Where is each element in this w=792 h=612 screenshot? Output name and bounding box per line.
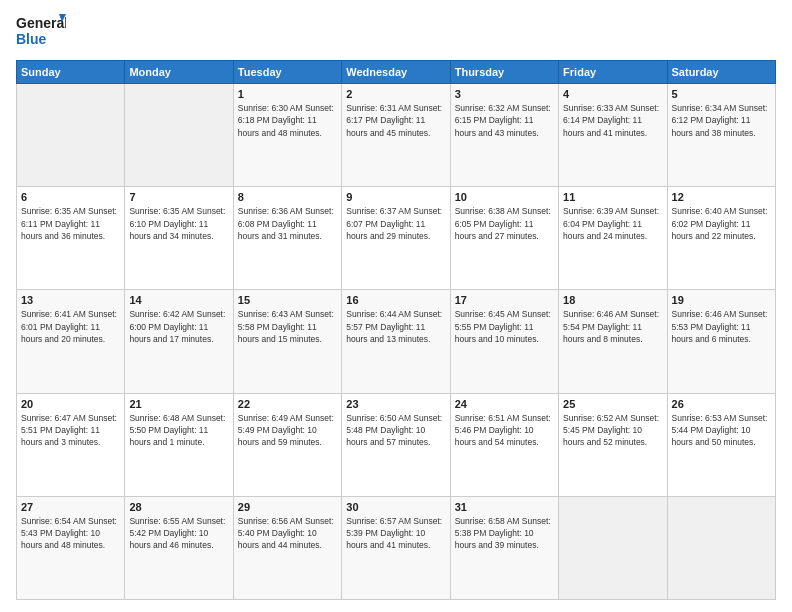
day-info: Sunrise: 6:31 AM Sunset: 6:17 PM Dayligh… [346,102,445,139]
week-row-2: 6Sunrise: 6:35 AM Sunset: 6:11 PM Daylig… [17,187,776,290]
calendar-cell: 24Sunrise: 6:51 AM Sunset: 5:46 PM Dayli… [450,393,558,496]
day-number: 21 [129,398,228,410]
day-info: Sunrise: 6:39 AM Sunset: 6:04 PM Dayligh… [563,205,662,242]
week-row-1: 1Sunrise: 6:30 AM Sunset: 6:18 PM Daylig… [17,84,776,187]
day-number: 23 [346,398,445,410]
day-info: Sunrise: 6:35 AM Sunset: 6:11 PM Dayligh… [21,205,120,242]
calendar-header: SundayMondayTuesdayWednesdayThursdayFrid… [17,61,776,84]
day-info: Sunrise: 6:32 AM Sunset: 6:15 PM Dayligh… [455,102,554,139]
header: General Blue [16,12,776,52]
calendar-cell: 15Sunrise: 6:43 AM Sunset: 5:58 PM Dayli… [233,290,341,393]
day-info: Sunrise: 6:55 AM Sunset: 5:42 PM Dayligh… [129,515,228,552]
day-info: Sunrise: 6:53 AM Sunset: 5:44 PM Dayligh… [672,412,771,449]
day-info: Sunrise: 6:49 AM Sunset: 5:49 PM Dayligh… [238,412,337,449]
day-info: Sunrise: 6:33 AM Sunset: 6:14 PM Dayligh… [563,102,662,139]
day-number: 10 [455,191,554,203]
calendar-cell: 27Sunrise: 6:54 AM Sunset: 5:43 PM Dayli… [17,496,125,599]
day-number: 26 [672,398,771,410]
calendar-cell: 8Sunrise: 6:36 AM Sunset: 6:08 PM Daylig… [233,187,341,290]
calendar-cell: 30Sunrise: 6:57 AM Sunset: 5:39 PM Dayli… [342,496,450,599]
calendar-cell: 21Sunrise: 6:48 AM Sunset: 5:50 PM Dayli… [125,393,233,496]
calendar-cell: 3Sunrise: 6:32 AM Sunset: 6:15 PM Daylig… [450,84,558,187]
day-header-monday: Monday [125,61,233,84]
day-info: Sunrise: 6:38 AM Sunset: 6:05 PM Dayligh… [455,205,554,242]
day-number: 5 [672,88,771,100]
calendar-cell: 17Sunrise: 6:45 AM Sunset: 5:55 PM Dayli… [450,290,558,393]
calendar-cell: 13Sunrise: 6:41 AM Sunset: 6:01 PM Dayli… [17,290,125,393]
day-header-thursday: Thursday [450,61,558,84]
calendar-cell: 2Sunrise: 6:31 AM Sunset: 6:17 PM Daylig… [342,84,450,187]
day-info: Sunrise: 6:42 AM Sunset: 6:00 PM Dayligh… [129,308,228,345]
calendar-cell [17,84,125,187]
day-number: 14 [129,294,228,306]
day-info: Sunrise: 6:57 AM Sunset: 5:39 PM Dayligh… [346,515,445,552]
day-number: 16 [346,294,445,306]
day-header-saturday: Saturday [667,61,775,84]
day-info: Sunrise: 6:51 AM Sunset: 5:46 PM Dayligh… [455,412,554,449]
day-info: Sunrise: 6:52 AM Sunset: 5:45 PM Dayligh… [563,412,662,449]
calendar-cell: 10Sunrise: 6:38 AM Sunset: 6:05 PM Dayli… [450,187,558,290]
day-number: 20 [21,398,120,410]
calendar-cell: 28Sunrise: 6:55 AM Sunset: 5:42 PM Dayli… [125,496,233,599]
day-info: Sunrise: 6:30 AM Sunset: 6:18 PM Dayligh… [238,102,337,139]
day-info: Sunrise: 6:45 AM Sunset: 5:55 PM Dayligh… [455,308,554,345]
day-number: 2 [346,88,445,100]
day-info: Sunrise: 6:34 AM Sunset: 6:12 PM Dayligh… [672,102,771,139]
day-info: Sunrise: 6:36 AM Sunset: 6:08 PM Dayligh… [238,205,337,242]
calendar-cell [125,84,233,187]
day-number: 22 [238,398,337,410]
day-number: 8 [238,191,337,203]
day-info: Sunrise: 6:44 AM Sunset: 5:57 PM Dayligh… [346,308,445,345]
day-info: Sunrise: 6:48 AM Sunset: 5:50 PM Dayligh… [129,412,228,449]
week-row-5: 27Sunrise: 6:54 AM Sunset: 5:43 PM Dayli… [17,496,776,599]
calendar-cell: 18Sunrise: 6:46 AM Sunset: 5:54 PM Dayli… [559,290,667,393]
svg-text:Blue: Blue [16,31,47,47]
day-number: 31 [455,501,554,513]
calendar-cell: 6Sunrise: 6:35 AM Sunset: 6:11 PM Daylig… [17,187,125,290]
day-header-tuesday: Tuesday [233,61,341,84]
calendar-cell: 16Sunrise: 6:44 AM Sunset: 5:57 PM Dayli… [342,290,450,393]
day-header-wednesday: Wednesday [342,61,450,84]
calendar-table: SundayMondayTuesdayWednesdayThursdayFrid… [16,60,776,600]
day-info: Sunrise: 6:37 AM Sunset: 6:07 PM Dayligh… [346,205,445,242]
day-number: 9 [346,191,445,203]
day-number: 24 [455,398,554,410]
svg-text:General: General [16,15,66,31]
day-number: 4 [563,88,662,100]
day-info: Sunrise: 6:56 AM Sunset: 5:40 PM Dayligh… [238,515,337,552]
day-number: 18 [563,294,662,306]
day-number: 3 [455,88,554,100]
calendar-cell: 7Sunrise: 6:35 AM Sunset: 6:10 PM Daylig… [125,187,233,290]
calendar-cell: 9Sunrise: 6:37 AM Sunset: 6:07 PM Daylig… [342,187,450,290]
day-header-sunday: Sunday [17,61,125,84]
day-number: 29 [238,501,337,513]
calendar-cell: 23Sunrise: 6:50 AM Sunset: 5:48 PM Dayli… [342,393,450,496]
calendar-cell: 14Sunrise: 6:42 AM Sunset: 6:00 PM Dayli… [125,290,233,393]
calendar-cell: 25Sunrise: 6:52 AM Sunset: 5:45 PM Dayli… [559,393,667,496]
calendar-cell: 11Sunrise: 6:39 AM Sunset: 6:04 PM Dayli… [559,187,667,290]
calendar-cell: 12Sunrise: 6:40 AM Sunset: 6:02 PM Dayli… [667,187,775,290]
day-info: Sunrise: 6:35 AM Sunset: 6:10 PM Dayligh… [129,205,228,242]
day-number: 7 [129,191,228,203]
calendar-cell: 26Sunrise: 6:53 AM Sunset: 5:44 PM Dayli… [667,393,775,496]
day-info: Sunrise: 6:50 AM Sunset: 5:48 PM Dayligh… [346,412,445,449]
calendar-cell: 5Sunrise: 6:34 AM Sunset: 6:12 PM Daylig… [667,84,775,187]
day-number: 11 [563,191,662,203]
day-number: 12 [672,191,771,203]
day-number: 1 [238,88,337,100]
day-info: Sunrise: 6:40 AM Sunset: 6:02 PM Dayligh… [672,205,771,242]
day-info: Sunrise: 6:41 AM Sunset: 6:01 PM Dayligh… [21,308,120,345]
week-row-3: 13Sunrise: 6:41 AM Sunset: 6:01 PM Dayli… [17,290,776,393]
day-info: Sunrise: 6:47 AM Sunset: 5:51 PM Dayligh… [21,412,120,449]
calendar-cell: 31Sunrise: 6:58 AM Sunset: 5:38 PM Dayli… [450,496,558,599]
day-number: 13 [21,294,120,306]
calendar-cell: 19Sunrise: 6:46 AM Sunset: 5:53 PM Dayli… [667,290,775,393]
logo-svg: General Blue [16,12,66,52]
day-info: Sunrise: 6:46 AM Sunset: 5:54 PM Dayligh… [563,308,662,345]
day-number: 28 [129,501,228,513]
calendar-cell: 22Sunrise: 6:49 AM Sunset: 5:49 PM Dayli… [233,393,341,496]
calendar-cell [559,496,667,599]
page: General Blue SundayMondayTuesdayWednesda… [0,0,792,612]
calendar-cell: 4Sunrise: 6:33 AM Sunset: 6:14 PM Daylig… [559,84,667,187]
day-info: Sunrise: 6:54 AM Sunset: 5:43 PM Dayligh… [21,515,120,552]
